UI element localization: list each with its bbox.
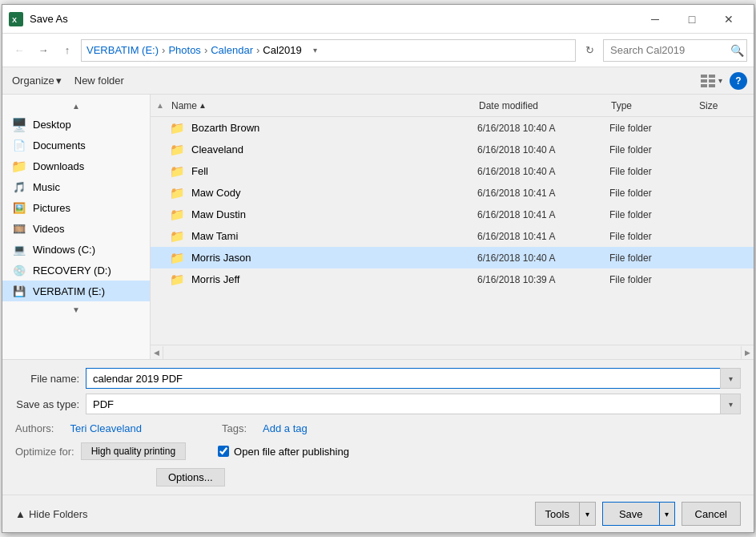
pictures-icon: 🖼️: [12, 201, 26, 214]
svg-rect-3: [709, 75, 715, 78]
app-icon: X: [9, 12, 23, 26]
file-row[interactable]: 📁 Cleaveland 6/16/2018 10:40 A File fold…: [151, 139, 754, 160]
breadcrumb-photos[interactable]: Photos: [168, 44, 200, 56]
authors-value[interactable]: Teri Cleaveland: [70, 422, 142, 434]
recovery-d-icon: 💿: [12, 264, 26, 277]
bottom-form-area: File name: ▾ Save as type: PDF ▾ Authors…: [2, 359, 754, 495]
breadcrumb-calendar[interactable]: Calendar: [211, 44, 253, 56]
breadcrumb[interactable]: VERBATIM (E:) › Photos › Calendar › Cal2…: [81, 39, 576, 62]
file-row[interactable]: 📁 Bozarth Brown 6/16/2018 10:40 A File f…: [151, 117, 754, 139]
tags-value[interactable]: Add a tag: [263, 422, 308, 434]
forward-button[interactable]: →: [33, 40, 54, 61]
footer: ▲ Hide Folders Tools ▾ Save ▾ Cancel: [2, 495, 754, 532]
desktop-icon: 🖥️: [12, 118, 26, 131]
windows-c-icon: 💻: [12, 243, 26, 256]
open-after-label[interactable]: Open file after publishing: [234, 446, 349, 458]
navigation-bar: ← → ↑ VERBATIM (E:) › Photos › Calendar …: [2, 34, 754, 67]
col-header-size[interactable]: Size: [694, 97, 750, 115]
view-button[interactable]: ▾: [699, 71, 723, 91]
savetype-row: Save as type: PDF ▾: [15, 394, 741, 414]
save-as-dialog: X Save As ─ □ ✕ ← → ↑ VERBATIM (E:) › Ph…: [2, 4, 754, 533]
back-button[interactable]: ←: [9, 40, 30, 61]
title-bar: X Save As ─ □ ✕: [2, 5, 754, 34]
folder-icon: 📁: [170, 273, 185, 287]
search-input[interactable]: [603, 39, 747, 62]
optimize-group: Optimize for: High quality printing: [15, 442, 186, 460]
col-header-date[interactable]: Date modified: [474, 97, 606, 115]
refresh-button[interactable]: ↻: [579, 40, 600, 61]
minimize-button[interactable]: ─: [637, 6, 674, 32]
close-button[interactable]: ✕: [710, 6, 747, 32]
tools-button[interactable]: Tools: [535, 502, 580, 526]
svg-text:X: X: [12, 16, 17, 24]
sidebar-item-pictures[interactable]: 🖼️ Pictures: [2, 197, 150, 218]
sidebar-scroll-down[interactable]: ▼: [2, 301, 150, 317]
sidebar-item-verbatim-e[interactable]: 💾 VERBATIM (E:): [2, 281, 150, 301]
documents-icon: 📄: [12, 139, 26, 151]
maximize-button[interactable]: □: [674, 6, 710, 32]
horizontal-scrollbar[interactable]: ◀ ▶: [151, 345, 754, 359]
breadcrumb-verbatim[interactable]: VERBATIM (E:): [86, 44, 159, 56]
col-header-type[interactable]: Type: [606, 97, 694, 115]
up-button[interactable]: ↑: [57, 40, 78, 61]
filename-label: File name:: [15, 373, 79, 385]
save-dropdown-button[interactable]: ▾: [659, 502, 675, 526]
breadcrumb-dropdown[interactable]: ▾: [308, 43, 323, 58]
file-row[interactable]: 📁 Maw Tami 6/16/2018 10:41 A File folder: [151, 225, 754, 247]
options-button[interactable]: Options...: [156, 468, 225, 487]
savetype-select[interactable]: PDF: [86, 394, 741, 414]
optimize-label: Optimize for:: [15, 446, 74, 458]
filename-dropdown-arrow[interactable]: ▾: [720, 368, 741, 389]
meta-row: Authors: Teri Cleaveland Tags: Add a tag: [15, 419, 741, 438]
cancel-button[interactable]: Cancel: [682, 502, 741, 526]
save-button[interactable]: Save: [602, 502, 659, 526]
toolbar: Organize ▾ New folder ▾ ?: [2, 67, 754, 95]
sidebar-item-downloads[interactable]: 📁 Downloads: [2, 155, 150, 176]
optimize-button[interactable]: High quality printing: [81, 442, 186, 460]
file-row[interactable]: 📁 Maw Cody 6/16/2018 10:41 A File folder: [151, 182, 754, 204]
sidebar-item-desktop[interactable]: 🖥️ Desktop: [2, 114, 150, 135]
sidebar-item-recovery-d[interactable]: 💿 RECOVERY (D:): [2, 260, 150, 281]
svg-rect-7: [709, 84, 715, 87]
authors-label: Authors:: [15, 422, 54, 434]
downloads-icon: 📁: [12, 159, 26, 172]
svg-rect-4: [701, 79, 707, 83]
save-group: Save ▾: [602, 502, 675, 526]
filename-input[interactable]: [86, 368, 741, 389]
savetype-dropdown-arrow[interactable]: ▾: [720, 394, 741, 414]
folder-icon: 📁: [170, 121, 185, 135]
folder-icon: 📁: [170, 229, 185, 244]
music-icon: 🎵: [12, 180, 26, 193]
filename-row: File name: ▾: [15, 368, 741, 389]
organize-button[interactable]: Organize ▾: [9, 73, 65, 88]
sidebar-scroll-up[interactable]: ▲: [2, 98, 150, 114]
main-area: ▲ 🖥️ Desktop 📄 Documents 📁 Downloads 🎵 M…: [2, 95, 754, 359]
col-header-name[interactable]: Name ▲: [167, 97, 474, 115]
file-row[interactable]: 📁 Morris Jeff 6/16/2018 10:39 A File fol…: [151, 268, 754, 290]
hide-folders-button[interactable]: ▲ Hide Folders: [15, 508, 529, 520]
filename-wrapper: ▾: [86, 368, 741, 389]
sidebar-item-videos[interactable]: 🎞️ Videos: [2, 218, 150, 239]
open-after-checkbox[interactable]: [218, 446, 229, 457]
options-row: Optimize for: High quality printing Open…: [15, 438, 741, 465]
new-folder-button[interactable]: New folder: [71, 73, 127, 88]
folder-icon: 📁: [170, 251, 185, 265]
file-list-content[interactable]: 📁 Bozarth Brown 6/16/2018 10:40 A File f…: [151, 117, 754, 345]
svg-rect-2: [701, 75, 707, 78]
sidebar-item-documents[interactable]: 📄 Documents: [2, 135, 150, 155]
videos-icon: 🎞️: [12, 222, 26, 235]
folder-icon: 📁: [170, 186, 185, 200]
file-row-selected[interactable]: 📁 Morris Jason 6/16/2018 10:40 A File fo…: [151, 247, 754, 268]
breadcrumb-current: Cal2019: [263, 44, 301, 56]
tags-label: Tags:: [222, 422, 247, 434]
file-row[interactable]: 📁 Fell 6/16/2018 10:40 A File folder: [151, 160, 754, 182]
sidebar-item-windows-c[interactable]: 💻 Windows (C:): [2, 239, 150, 260]
tools-dropdown-button[interactable]: ▾: [580, 502, 596, 526]
search-icon[interactable]: 🔍: [730, 44, 744, 57]
help-button[interactable]: ?: [730, 72, 747, 90]
sidebar-item-music[interactable]: 🎵 Music: [2, 176, 150, 197]
file-row[interactable]: 📁 Maw Dustin 6/16/2018 10:41 A File fold…: [151, 204, 754, 225]
window-controls: ─ □ ✕: [637, 6, 747, 32]
folder-icon: 📁: [170, 143, 185, 157]
savetype-wrapper: PDF ▾: [86, 394, 741, 414]
